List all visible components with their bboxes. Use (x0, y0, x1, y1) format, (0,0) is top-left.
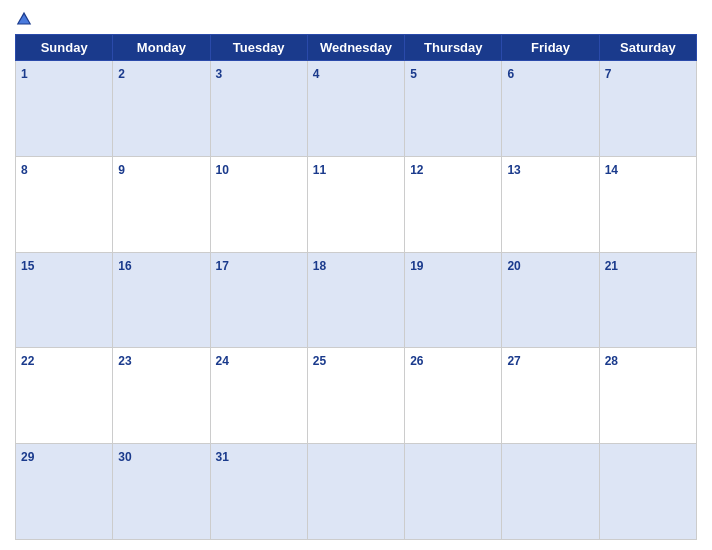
calendar-cell: 7 (599, 61, 696, 157)
day-number: 29 (21, 450, 34, 464)
day-number: 1 (21, 67, 28, 81)
weekday-header-friday: Friday (502, 35, 599, 61)
weekday-header-monday: Monday (113, 35, 210, 61)
calendar-header (15, 10, 697, 28)
calendar-cell: 11 (307, 156, 404, 252)
calendar-cell: 12 (405, 156, 502, 252)
calendar-cell: 15 (16, 252, 113, 348)
calendar-cell: 13 (502, 156, 599, 252)
calendar-cell: 16 (113, 252, 210, 348)
calendar-cell: 9 (113, 156, 210, 252)
calendar-cell (599, 444, 696, 540)
calendar-cell: 3 (210, 61, 307, 157)
day-number: 13 (507, 163, 520, 177)
calendar-cell: 2 (113, 61, 210, 157)
day-number: 21 (605, 259, 618, 273)
calendar-week-row: 22232425262728 (16, 348, 697, 444)
day-number: 25 (313, 354, 326, 368)
calendar-week-row: 1234567 (16, 61, 697, 157)
calendar-cell: 4 (307, 61, 404, 157)
calendar-cell: 23 (113, 348, 210, 444)
calendar-cell: 10 (210, 156, 307, 252)
day-number: 6 (507, 67, 514, 81)
day-number: 11 (313, 163, 326, 177)
day-number: 23 (118, 354, 131, 368)
day-number: 31 (216, 450, 229, 464)
day-number: 30 (118, 450, 131, 464)
calendar-cell: 21 (599, 252, 696, 348)
day-number: 16 (118, 259, 131, 273)
calendar-cell: 24 (210, 348, 307, 444)
calendar-cell: 17 (210, 252, 307, 348)
day-number: 2 (118, 67, 125, 81)
day-number: 5 (410, 67, 417, 81)
day-number: 3 (216, 67, 223, 81)
calendar-cell: 1 (16, 61, 113, 157)
weekday-header-saturday: Saturday (599, 35, 696, 61)
weekday-header-sunday: Sunday (16, 35, 113, 61)
day-number: 7 (605, 67, 612, 81)
calendar-cell (307, 444, 404, 540)
calendar-cell: 27 (502, 348, 599, 444)
calendar-week-row: 891011121314 (16, 156, 697, 252)
logo-icon (15, 10, 33, 28)
calendar-cell: 14 (599, 156, 696, 252)
calendar-cell: 19 (405, 252, 502, 348)
calendar-cell (405, 444, 502, 540)
calendar-cell: 26 (405, 348, 502, 444)
day-number: 10 (216, 163, 229, 177)
day-number: 20 (507, 259, 520, 273)
calendar-cell: 29 (16, 444, 113, 540)
day-number: 24 (216, 354, 229, 368)
calendar-cell: 18 (307, 252, 404, 348)
day-number: 19 (410, 259, 423, 273)
day-number: 18 (313, 259, 326, 273)
day-number: 26 (410, 354, 423, 368)
calendar-cell: 8 (16, 156, 113, 252)
weekday-header-row: SundayMondayTuesdayWednesdayThursdayFrid… (16, 35, 697, 61)
weekday-header-thursday: Thursday (405, 35, 502, 61)
day-number: 4 (313, 67, 320, 81)
calendar-cell: 6 (502, 61, 599, 157)
calendar-cell: 25 (307, 348, 404, 444)
calendar-cell: 28 (599, 348, 696, 444)
calendar-week-row: 293031 (16, 444, 697, 540)
weekday-header-wednesday: Wednesday (307, 35, 404, 61)
day-number: 17 (216, 259, 229, 273)
day-number: 12 (410, 163, 423, 177)
day-number: 9 (118, 163, 125, 177)
calendar-cell (502, 444, 599, 540)
calendar-table: SundayMondayTuesdayWednesdayThursdayFrid… (15, 34, 697, 540)
weekday-header-tuesday: Tuesday (210, 35, 307, 61)
day-number: 14 (605, 163, 618, 177)
day-number: 27 (507, 354, 520, 368)
calendar-cell: 30 (113, 444, 210, 540)
day-number: 8 (21, 163, 28, 177)
calendar-week-row: 15161718192021 (16, 252, 697, 348)
logo (15, 10, 39, 28)
calendar-cell: 22 (16, 348, 113, 444)
calendar-cell: 31 (210, 444, 307, 540)
day-number: 22 (21, 354, 34, 368)
day-number: 28 (605, 354, 618, 368)
calendar-cell: 20 (502, 252, 599, 348)
day-number: 15 (21, 259, 34, 273)
calendar-cell: 5 (405, 61, 502, 157)
